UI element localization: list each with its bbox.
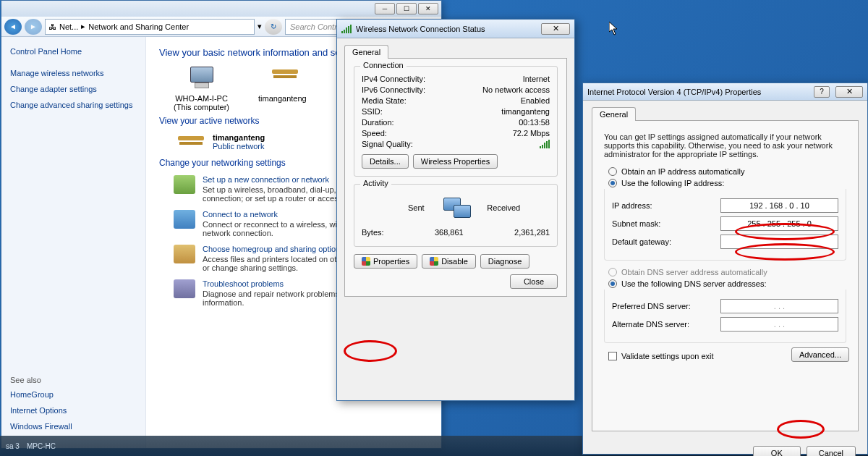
network-node-computer[interactable]: WHO-AM-I-PC (This computer) xyxy=(174,65,229,111)
ok-button[interactable]: OK xyxy=(753,446,801,456)
tab-general[interactable]: General xyxy=(592,107,636,121)
speed-value: 72.2 Mbps xyxy=(513,129,550,138)
change-adapter-link[interactable]: Change adapter settings xyxy=(10,85,137,93)
control-panel-home-link[interactable]: Control Panel Home xyxy=(10,47,137,56)
shield-icon xyxy=(362,257,370,266)
maximize-button[interactable]: ☐ xyxy=(396,3,417,14)
shield-icon xyxy=(430,257,438,266)
manage-wireless-link[interactable]: Manage wireless networks xyxy=(10,69,137,77)
homegroup-icon xyxy=(174,245,195,263)
breadcrumb[interactable]: Network and Sharing Center xyxy=(88,22,189,31)
checkbox-icon xyxy=(608,352,617,360)
forward-button[interactable]: ► xyxy=(25,19,42,35)
speed-label: Speed: xyxy=(362,129,387,138)
network-node-router[interactable]: timanganteng xyxy=(258,65,307,111)
tab-general[interactable]: General xyxy=(344,45,388,59)
description-text: You can get IP settings assigned automat… xyxy=(604,132,846,159)
use-following-dns-radio[interactable]: Use the following DNS server addresses: xyxy=(608,279,849,288)
preferred-dns-label: Preferred DNS server: xyxy=(612,302,720,311)
ipv6-label: IPv6 Connectivity: xyxy=(362,85,425,94)
bytes-sent-value: 368,861 xyxy=(384,228,514,237)
dialog-title: Wireless Network Connection Status xyxy=(356,25,537,33)
close-button[interactable]: ✕ xyxy=(835,86,863,98)
wireless-properties-button[interactable]: Wireless Properties xyxy=(413,154,498,169)
homegroup-link[interactable]: HomeGroup xyxy=(10,390,137,399)
duration-value: 00:13:58 xyxy=(519,118,550,127)
close-button[interactable]: ✕ xyxy=(418,3,438,14)
radio-icon xyxy=(608,268,617,276)
taskbar-item[interactable]: MPC-HC xyxy=(27,442,56,450)
ip-address-label: IP address: xyxy=(612,201,720,210)
close-button[interactable]: ✕ xyxy=(541,23,570,35)
advanced-button[interactable]: Advanced... xyxy=(791,347,849,362)
dialog-titlebar[interactable]: Internet Protocol Version 4 (TCP/IPv4) P… xyxy=(583,83,867,101)
close-button[interactable]: Close xyxy=(510,274,558,289)
bytes-label: Bytes: xyxy=(362,228,384,237)
dialog-titlebar[interactable]: Wireless Network Connection Status ✕ xyxy=(337,20,574,38)
wireless-status-dialog: Wireless Network Connection Status ✕ Gen… xyxy=(336,19,575,401)
obtain-ip-auto-radio[interactable]: Obtain an IP address automatically xyxy=(608,167,849,176)
radio-icon xyxy=(608,179,617,187)
radio-icon xyxy=(608,167,617,176)
breadcrumb[interactable]: Net... xyxy=(59,22,78,31)
window-titlebar[interactable]: ─ ☐ ✕ xyxy=(1,1,441,17)
computer-icon xyxy=(187,65,216,91)
signal-bars-icon xyxy=(540,140,550,148)
troubleshoot-link[interactable]: Troubleshoot problems xyxy=(203,279,284,288)
subnet-mask-input[interactable]: 255 . 255 . 255 . 0 xyxy=(720,216,838,231)
setup-icon xyxy=(174,175,195,194)
ssid-label: SSID: xyxy=(362,107,383,116)
use-following-ip-radio[interactable]: Use the following IP address: xyxy=(608,179,849,187)
obtain-dns-auto-radio[interactable]: Obtain DNS server address automatically xyxy=(608,268,849,276)
node-label: WHO-AM-I-PC xyxy=(174,94,229,103)
refresh-button[interactable]: ↻ xyxy=(265,19,282,35)
media-value: Enabled xyxy=(521,96,550,105)
homegroup-link[interactable]: Choose homegroup and sharing options xyxy=(203,245,344,253)
ip-address-input[interactable]: 192 . 168 . 0 . 10 xyxy=(720,198,838,213)
node-label: timanganteng xyxy=(258,94,307,103)
minimize-button[interactable]: ─ xyxy=(375,3,395,14)
network-name: timanganteng xyxy=(213,133,265,142)
details-button[interactable]: Details... xyxy=(362,154,409,169)
alternate-dns-input[interactable]: . . . xyxy=(720,317,838,332)
preferred-dns-input[interactable]: . . . xyxy=(720,299,838,313)
network-type-link[interactable]: Public network xyxy=(213,142,265,151)
bytes-received-value: 2,361,281 xyxy=(514,228,550,237)
received-label: Received xyxy=(487,203,550,212)
signal-label: Signal Quality: xyxy=(362,140,413,148)
fieldset-legend: Connection xyxy=(360,61,407,69)
see-also-label: See also xyxy=(10,376,137,384)
ipv4-label: IPv4 Connectivity: xyxy=(362,75,425,83)
internet-options-link[interactable]: Internet Options xyxy=(10,406,137,415)
windows-firewall-link[interactable]: Windows Firewall xyxy=(10,422,137,431)
gateway-input[interactable]: . . . xyxy=(720,235,838,249)
disable-button[interactable]: Disable xyxy=(422,254,476,269)
signal-icon xyxy=(341,25,352,33)
taskbar-item[interactable]: sa 3 xyxy=(6,442,20,450)
setup-connection-link[interactable]: Set up a new connection or network xyxy=(203,175,329,184)
sidebar: Control Panel Home Manage wireless netwo… xyxy=(1,37,146,448)
back-button[interactable]: ◄ xyxy=(4,19,22,35)
help-button[interactable]: ? xyxy=(814,86,830,98)
fieldset-legend: Activity xyxy=(360,179,391,187)
activity-fieldset: Activity Sent Received Bytes: 368,861 2,… xyxy=(354,184,558,247)
cursor-icon xyxy=(609,22,621,36)
connect-network-link[interactable]: Connect to a network xyxy=(203,210,278,219)
change-advanced-sharing-link[interactable]: Change advanced sharing settings xyxy=(10,101,137,109)
cancel-button[interactable]: Cancel xyxy=(807,446,856,456)
connection-fieldset: Connection IPv4 Connectivity:Internet IP… xyxy=(354,66,558,177)
node-sublabel: (This computer) xyxy=(174,103,229,111)
troubleshoot-icon xyxy=(174,279,195,298)
tcpip-properties-dialog: Internet Protocol Version 4 (TCP/IPv4) P… xyxy=(582,83,868,455)
dialog-title: Internet Protocol Version 4 (TCP/IPv4) P… xyxy=(587,88,809,96)
ipv4-value: Internet xyxy=(523,75,550,83)
connect-icon xyxy=(174,210,195,229)
radio-icon xyxy=(608,279,617,288)
alternate-dns-label: Alternate DNS server: xyxy=(612,320,720,329)
subnet-mask-label: Subnet mask: xyxy=(612,219,720,228)
properties-button[interactable]: Properties xyxy=(354,254,417,269)
media-label: Media State: xyxy=(362,96,407,105)
address-bar[interactable]: 🖧 Net... ▸ Network and Sharing Center xyxy=(45,19,255,35)
bench-icon xyxy=(174,132,205,152)
diagnose-button[interactable]: Diagnose xyxy=(480,254,529,269)
